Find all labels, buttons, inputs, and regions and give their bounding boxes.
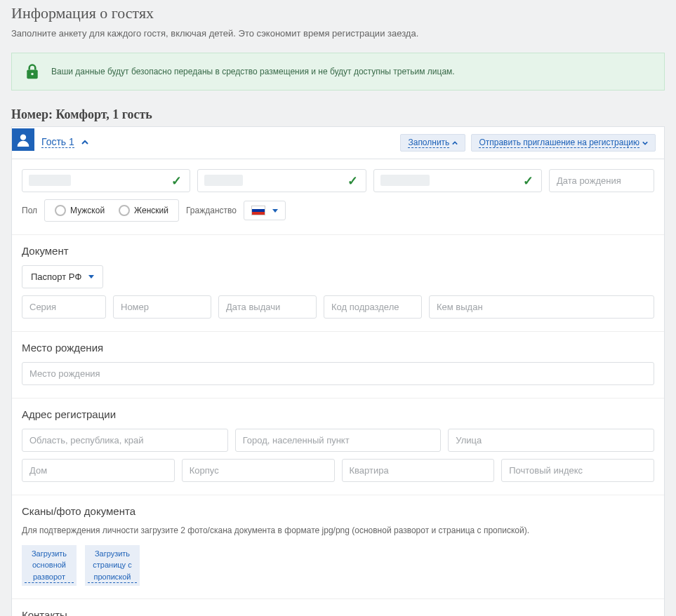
scans-hint: Для подтверждения личности загрузите 2 ф…	[22, 525, 654, 535]
contacts-section-title: Контакты	[22, 609, 654, 616]
guest-card: Гость 1 Заполнить Отправить приглашение …	[11, 126, 665, 616]
svg-point-1	[31, 73, 33, 75]
chevron-up-icon	[452, 140, 458, 146]
citizenship-select[interactable]	[244, 201, 286, 220]
dob-input[interactable]	[549, 169, 654, 192]
sex-radio-group: Мужской Женский	[44, 199, 179, 222]
caret-down-icon	[272, 209, 278, 213]
document-section-title: Документ	[22, 245, 654, 257]
region-input[interactable]	[22, 429, 228, 452]
doc-issued-by-input[interactable]	[429, 295, 654, 319]
avatar-icon	[12, 128, 34, 151]
room-title: Номер: Комфорт, 1 гость	[11, 107, 665, 122]
citizenship-label: Гражданство	[186, 206, 237, 215]
chevron-down-icon	[642, 140, 648, 146]
document-type-value: Паспорт РФ	[31, 272, 81, 282]
doc-dept-code-input[interactable]	[324, 295, 422, 319]
birthplace-section-title: Место рождения	[22, 342, 654, 354]
city-input[interactable]	[235, 429, 442, 452]
flag-ru-icon	[251, 206, 265, 215]
caret-down-icon	[88, 275, 94, 279]
chevron-up-icon	[81, 139, 88, 146]
sex-label: Пол	[22, 206, 37, 215]
fill-button[interactable]: Заполнить	[400, 134, 465, 152]
guest-toggle-link[interactable]: Гость 1	[41, 136, 74, 148]
address-section-title: Адрес регистрации	[22, 408, 654, 420]
upload-reg-label: Загрузить страницу с пропиской	[88, 548, 137, 584]
zip-input[interactable]	[501, 459, 654, 482]
sex-male-label: Мужской	[70, 206, 105, 215]
birthplace-input[interactable]	[22, 362, 654, 385]
svg-point-2	[20, 134, 26, 140]
doc-issue-date-input[interactable]	[218, 295, 317, 319]
document-type-select[interactable]: Паспорт РФ	[22, 265, 103, 288]
doc-series-input[interactable]	[22, 295, 106, 319]
doc-number-input[interactable]	[113, 295, 211, 319]
upload-reg-button[interactable]: Загрузить страницу с пропиской	[85, 545, 140, 586]
sex-male-radio[interactable]: Мужской	[49, 203, 110, 218]
house-input[interactable]	[22, 459, 175, 482]
alert-text: Ваши данные будут безопасно переданы в с…	[51, 67, 455, 76]
sex-female-radio[interactable]: Женский	[113, 203, 174, 218]
security-alert: Ваши данные будут безопасно переданы в с…	[11, 53, 665, 91]
street-input[interactable]	[448, 429, 654, 452]
invite-label: Отправить приглашение на регистрацию	[479, 138, 639, 148]
page-subtitle: Заполните анкету для каждого гостя, вклю…	[11, 28, 665, 39]
fill-label: Заполнить	[408, 138, 449, 148]
building-input[interactable]	[182, 459, 335, 482]
lock-icon	[25, 63, 40, 80]
sex-female-label: Женский	[134, 206, 168, 215]
upload-main-button[interactable]: Загрузить основной разворот	[22, 545, 77, 586]
scans-section-title: Сканы/фото документа	[22, 505, 654, 517]
invite-button[interactable]: Отправить приглашение на регистрацию	[471, 134, 656, 152]
apartment-input[interactable]	[342, 459, 495, 482]
upload-main-label: Загрузить основной разворот	[25, 548, 74, 584]
page-title: Информация о гостях	[11, 4, 665, 22]
